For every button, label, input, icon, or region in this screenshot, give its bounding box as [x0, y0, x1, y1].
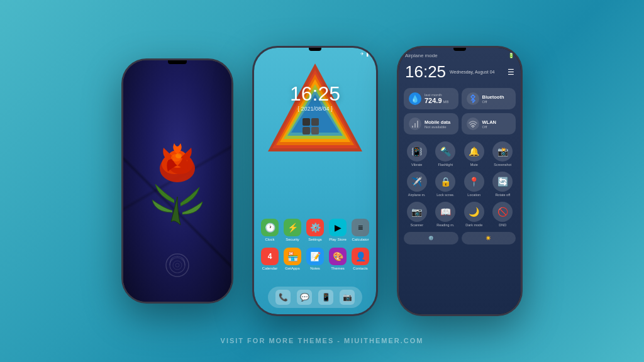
svg-rect-19: [303, 127, 310, 134]
calendar-icon: 4: [261, 248, 279, 265]
cc-location-btn[interactable]: 📍 Location: [461, 172, 487, 197]
cc-wlan-tile[interactable]: WLAN Off: [462, 113, 516, 134]
dock-app[interactable]: 📱: [318, 290, 333, 305]
airplane-label: Airplane m.: [408, 193, 426, 197]
app-clock[interactable]: 🕐 Clock: [261, 219, 279, 241]
cc-brightness-tile[interactable]: ☀️: [462, 232, 516, 244]
notch-2: [309, 48, 321, 51]
playstore-icon: ▶: [329, 219, 347, 236]
phone-control-center: Airplane mode 🔋 16:25 Wednesday, August …: [397, 46, 523, 316]
app-playstore[interactable]: ▶ Play Store: [329, 219, 347, 241]
security-label: Security: [286, 238, 299, 241]
mute-label: Mute: [470, 163, 478, 167]
bluetooth-tile-icon: [467, 92, 479, 105]
cc-mute-btn[interactable]: 🔔 Mute: [461, 141, 487, 167]
app-notes[interactable]: 📝 Notes: [306, 248, 324, 270]
mobile-data-sub: Not available: [425, 125, 453, 129]
mute-circle: 🔔: [464, 141, 484, 162]
cc-reading-btn[interactable]: 📖 Reading m.: [433, 202, 459, 227]
dock-camera[interactable]: 📷: [340, 290, 355, 305]
app-grid: 🕐 Clock ⚡ Security ⚙️ Settings ▶ Play St…: [262, 219, 369, 277]
cc-screenshot-btn[interactable]: 📸 Screenshot: [490, 141, 516, 167]
calendar-label: Calendar: [262, 266, 277, 270]
wlan-icon: [467, 118, 479, 130]
svg-rect-17: [303, 118, 310, 126]
app-row-2: 4 Calendar 🏪 GetApps 📝 Notes 🎨 Themes 👤: [262, 248, 369, 270]
phone-home: ✈ ▌ 16:25 { 2021/08: [252, 46, 378, 316]
cc-btn-grid-1: 📳 Vibrate 🔦 Flashlight 🔔 Mute 📸 Screensh…: [399, 139, 521, 169]
rose-image: [140, 109, 215, 234]
cc-darkmode-btn[interactable]: 🌙 Dark mode: [461, 202, 487, 227]
dock-phone[interactable]: 📞: [275, 290, 291, 305]
status-bar-2: ✈ ▌: [360, 52, 370, 57]
svg-rect-22: [412, 126, 413, 128]
svg-point-25: [472, 127, 474, 128]
app-calculator[interactable]: ≡ Calculator: [352, 219, 369, 241]
home-time: 16:25: [290, 82, 340, 106]
cc-lockscreen-btn[interactable]: 🔒 Lock scree.: [433, 172, 459, 197]
cc-flashlight-btn[interactable]: 🔦 Flashlight: [433, 141, 459, 167]
clock-label: Clock: [265, 238, 274, 241]
cc-time: 16:25: [405, 62, 446, 82]
svg-rect-24: [417, 121, 418, 128]
cc-tile-data-text: last month 724.9 MB: [425, 93, 453, 104]
location-label: Location: [467, 193, 480, 197]
reading-circle: 📖: [435, 202, 455, 222]
flashlight-circle: 🔦: [435, 141, 455, 162]
calculator-label: Calculator: [352, 238, 369, 241]
notes-label: Notes: [310, 266, 320, 270]
phone-rose-screen: [123, 60, 231, 302]
screenshot-label: Screenshot: [494, 163, 511, 167]
settings-tile-icon: ⚙️: [428, 236, 434, 241]
app-calendar[interactable]: 4 Calendar: [261, 248, 279, 270]
scanner-label: Scanner: [411, 223, 424, 227]
cc-settings-tile[interactable]: ⚙️: [404, 232, 458, 244]
rotate-circle: 🔄: [492, 172, 513, 192]
contacts-icon: 👤: [352, 248, 369, 265]
getapps-icon: 🏪: [284, 248, 301, 265]
cc-date: Wednesday, August 04: [450, 70, 494, 74]
app-security[interactable]: ⚡ Security: [284, 219, 301, 241]
playstore-label: Play Store: [329, 238, 347, 241]
security-icon: ⚡: [284, 219, 301, 236]
app-themes[interactable]: 🎨 Themes: [329, 248, 347, 270]
app-getapps[interactable]: 🏪 GetApps: [284, 248, 301, 270]
cc-vibrate-btn[interactable]: 📳 Vibrate: [404, 141, 430, 167]
cc-data-tile[interactable]: 💧 last month 724.9 MB: [404, 88, 458, 109]
cc-bluetooth-tile[interactable]: Bluetooth Off: [462, 88, 516, 109]
fingerprint-icon: [165, 253, 190, 278]
cc-mobile-data-tile[interactable]: Mobile data Not available: [404, 113, 458, 134]
cc-menu-icon[interactable]: ☰: [508, 68, 514, 77]
getapps-label: GetApps: [285, 266, 299, 270]
battery-icon: ▌: [367, 52, 370, 57]
svg-rect-18: [311, 118, 319, 126]
mobile-data-title: Mobile data: [425, 119, 453, 125]
rotate-label: Rotate off: [495, 193, 510, 197]
cc-dnd-btn[interactable]: 🚫 DND: [490, 202, 516, 227]
app-contacts[interactable]: 👤 Contacts: [352, 248, 369, 270]
dnd-circle: 🚫: [492, 202, 513, 222]
svg-point-9: [175, 263, 179, 267]
dnd-label: DND: [499, 223, 506, 227]
themes-icon: 🎨: [329, 248, 347, 265]
cc-time-row: 16:25 Wednesday, August 04 ☰: [399, 61, 521, 85]
flashlight-label: Flashlight: [438, 163, 453, 167]
darkmode-circle: 🌙: [464, 202, 484, 222]
watermark: VISIT FOR MORE THEMES - MIUITHEMER.COM: [221, 337, 424, 344]
location-circle: 📍: [464, 172, 484, 192]
scanner-circle: 📷: [407, 202, 427, 222]
cc-scanner-btn[interactable]: 📷 Scanner: [404, 202, 430, 227]
app-row-1: 🕐 Clock ⚡ Security ⚙️ Settings ▶ Play St…: [262, 219, 369, 241]
screenshot-circle: 📸: [492, 141, 513, 162]
clock-display: 16:25 { 2021/08/04 }: [290, 82, 340, 112]
vibrate-label: Vibrate: [411, 163, 422, 167]
dock-messages[interactable]: 💬: [297, 290, 312, 305]
contacts-label: Contacts: [353, 266, 368, 270]
wlan-text: WLAN Off: [482, 119, 511, 129]
cc-rotate-btn[interactable]: 🔄 Rotate off: [490, 172, 516, 197]
svg-rect-20: [311, 127, 319, 134]
svg-rect-23: [414, 123, 416, 128]
cc-airplane-btn[interactable]: ✈️ Airplane m.: [404, 172, 430, 197]
airplane-icon: ✈: [360, 52, 364, 57]
app-settings[interactable]: ⚙️ Settings: [306, 219, 324, 241]
